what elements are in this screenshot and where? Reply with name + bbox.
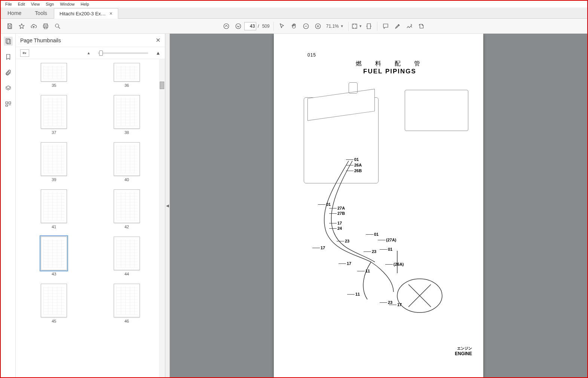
svg-rect-9	[352, 24, 357, 28]
callout-leader	[357, 271, 365, 271]
thumbnails-panel-icon[interactable]	[4, 37, 13, 46]
thumbnail-image	[114, 284, 140, 317]
signature-icon[interactable]	[404, 20, 416, 32]
zoom-level-dropdown[interactable]: 71.1% ▼	[324, 24, 346, 29]
title-english: FUEL PIPINGS	[341, 68, 438, 75]
slider-handle[interactable]	[99, 51, 103, 56]
layers-panel-icon[interactable]	[4, 84, 13, 93]
page-separator: /	[256, 24, 260, 29]
menu-help[interactable]: Help	[78, 2, 92, 6]
callout-label: 01	[388, 247, 392, 252]
callout-label: (26A)	[393, 262, 404, 266]
fit-page-icon[interactable]: ▼	[351, 20, 363, 32]
svg-rect-13	[6, 102, 7, 104]
callout-leader	[346, 159, 353, 160]
thumbnail-number: 39	[52, 177, 56, 182]
thumbnail-number: 46	[125, 319, 129, 323]
thumbnail-page-46[interactable]: 46	[100, 284, 154, 323]
more-panels-icon[interactable]	[4, 100, 13, 109]
svg-rect-15	[6, 105, 7, 106]
scrollbar-thumb[interactable]	[160, 82, 164, 89]
page-down-icon[interactable]	[232, 20, 244, 32]
search-icon[interactable]	[52, 20, 64, 32]
large-thumb-icon[interactable]: ▲	[156, 50, 160, 56]
page-total: 509	[261, 24, 271, 29]
tab-home[interactable]: Home	[1, 8, 28, 18]
thumbnail-page-35[interactable]: 35	[27, 63, 81, 88]
callout-label: 01	[374, 232, 379, 237]
diagram-cab	[405, 90, 468, 131]
thumbnail-number: 42	[125, 225, 129, 229]
callout-label: 23	[345, 239, 349, 243]
callout-leader	[337, 241, 344, 241]
zoom-out-icon[interactable]	[300, 20, 312, 32]
callout-label: 23	[372, 249, 376, 254]
page-number-input[interactable]	[244, 22, 256, 30]
thumbnail-page-44[interactable]: 44	[100, 237, 154, 276]
main-area: Page Thumbnails ✕ ≡▾ ▲ ▲ 353637383940414…	[1, 34, 587, 377]
menu-window[interactable]: Window	[57, 2, 77, 6]
callout-label: 01	[326, 202, 331, 207]
thumbnails-panel: Page Thumbnails ✕ ≡▾ ▲ ▲ 353637383940414…	[16, 34, 165, 377]
bookmarks-panel-icon[interactable]	[4, 52, 13, 61]
close-tab-icon[interactable]: ×	[110, 10, 113, 16]
thumbnail-page-37[interactable]: 37	[27, 95, 81, 135]
diagram-hoses	[296, 157, 453, 318]
cloud-upload-icon[interactable]	[28, 20, 40, 32]
menu-file[interactable]: File	[2, 2, 15, 6]
thumbnail-page-39[interactable]: 39	[27, 142, 81, 182]
chevron-down-icon: ▼	[359, 24, 362, 28]
thumbnails-scrollbar[interactable]	[159, 59, 165, 377]
save-icon[interactable]	[4, 20, 16, 32]
callout-label: 27B	[337, 211, 345, 216]
toolbar-separator	[273, 22, 274, 31]
svg-rect-3	[44, 27, 47, 28]
fit-width-icon[interactable]	[363, 20, 375, 32]
thumbnails-toolbar: ≡▾ ▲ ▲	[16, 47, 165, 59]
thumbnail-page-45[interactable]: 45	[27, 284, 81, 323]
thumbnail-page-40[interactable]: 40	[100, 142, 154, 182]
thumbnail-image	[114, 189, 140, 223]
small-thumb-icon[interactable]: ▲	[87, 51, 91, 55]
callout-label: 11	[355, 292, 360, 296]
callout-leader	[346, 171, 353, 171]
close-panel-icon[interactable]: ✕	[156, 37, 160, 44]
callout-label: (27A)	[386, 238, 396, 242]
print-icon[interactable]	[40, 20, 52, 32]
hand-tool-icon[interactable]	[288, 20, 300, 32]
page-up-icon[interactable]	[220, 20, 232, 32]
thumbnail-page-42[interactable]: 42	[100, 189, 154, 229]
thumbnail-image	[41, 189, 67, 223]
star-icon[interactable]	[16, 20, 28, 32]
thumbnail-page-43[interactable]: 43	[27, 237, 81, 276]
zoom-in-icon[interactable]	[312, 20, 324, 32]
thumbnail-page-38[interactable]: 38	[100, 95, 154, 135]
callout-label: 17	[321, 246, 325, 250]
zoom-level-label: 71.1%	[326, 24, 339, 29]
highlight-icon[interactable]	[392, 20, 404, 32]
tab-document[interactable]: Hitachi Ex200-3 Ex… ×	[54, 8, 118, 19]
section-code: 015	[307, 52, 472, 58]
thumbnail-page-41[interactable]: 41	[27, 189, 81, 229]
attachments-panel-icon[interactable]	[4, 68, 13, 77]
engine-label-en: ENGINE	[455, 351, 472, 356]
stamp-icon[interactable]	[416, 20, 428, 32]
thumbnail-size-slider[interactable]	[98, 52, 148, 54]
tab-bar: Home Tools Hitachi Ex200-3 Ex… ×	[1, 7, 587, 19]
collapse-panel-handle[interactable]: ◀	[165, 34, 170, 377]
document-view[interactable]: 015 燃 料 配 管 FUEL PIPINGS 0126	[170, 34, 587, 377]
title-japanese: 燃 料 配 管	[341, 60, 438, 68]
thumbnail-options-dropdown[interactable]: ≡▾	[20, 49, 29, 57]
menu-edit[interactable]: Edit	[15, 2, 28, 6]
menu-sign[interactable]: Sign	[43, 2, 57, 6]
svg-point-6	[236, 24, 241, 29]
callout-leader	[329, 228, 337, 229]
callout-label: 01	[354, 157, 359, 162]
thumbnail-page-36[interactable]: 36	[100, 63, 154, 88]
comment-icon[interactable]	[380, 20, 392, 32]
thumbnail-number: 45	[52, 319, 56, 323]
menu-view[interactable]: View	[28, 2, 43, 6]
pointer-tool-icon[interactable]	[276, 20, 288, 32]
tab-tools[interactable]: Tools	[28, 8, 54, 18]
callout-leader	[347, 294, 355, 295]
